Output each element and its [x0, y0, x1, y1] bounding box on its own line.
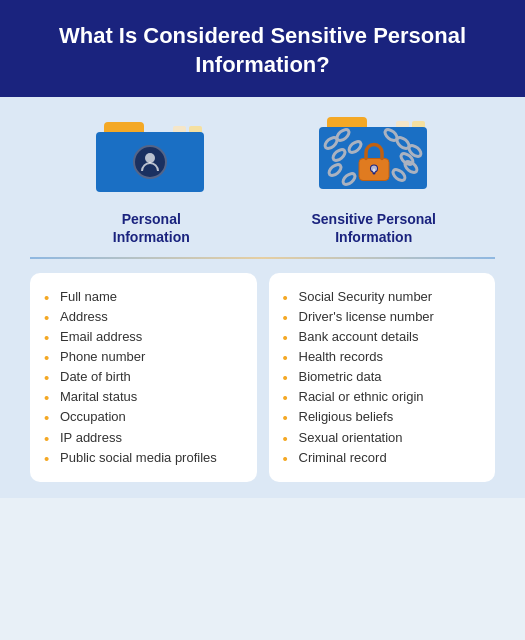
list-item: Address [44, 307, 243, 327]
sensitive-info-column: Sensitive PersonalInformation [284, 117, 464, 246]
personal-info-label: PersonalInformation [113, 210, 190, 246]
svg-rect-18 [373, 168, 375, 172]
list-item: Full name [44, 287, 243, 307]
page-title: What Is Considered Sensitive Personal In… [30, 22, 495, 79]
list-item: Phone number [44, 347, 243, 367]
list-item: IP address [44, 428, 243, 448]
list-item: Social Security number [283, 287, 482, 307]
main-content: PersonalInformation [0, 97, 525, 498]
cards-row: Full name Address Email address Phone nu… [20, 273, 505, 482]
list-item: Health records [283, 347, 482, 367]
list-item: Date of birth [44, 367, 243, 387]
list-item: Marital status [44, 387, 243, 407]
list-item: Occupation [44, 407, 243, 427]
list-item: Racial or ethnic origin [283, 387, 482, 407]
svg-point-10 [341, 172, 357, 187]
list-item: Biometric data [283, 367, 482, 387]
sensitive-info-card: Social Security number Driver's license … [269, 273, 496, 482]
svg-point-9 [327, 163, 343, 178]
sensitive-folder-icon [319, 117, 429, 202]
sensitive-info-list: Social Security number Driver's license … [283, 287, 482, 468]
personal-folder-icon [96, 122, 206, 202]
svg-point-11 [391, 168, 407, 183]
list-item: Religious beliefs [283, 407, 482, 427]
list-item: Criminal record [283, 448, 482, 468]
sensitive-info-label: Sensitive PersonalInformation [311, 210, 436, 246]
list-item: Public social media profiles [44, 448, 243, 468]
list-item: Driver's license number [283, 307, 482, 327]
section-divider [30, 257, 495, 259]
svg-point-4 [331, 148, 347, 163]
personal-info-column: PersonalInformation [61, 122, 241, 246]
svg-point-0 [145, 153, 155, 163]
list-item: Sexual orientation [283, 428, 482, 448]
list-item: Email address [44, 327, 243, 347]
lock-icon [356, 141, 392, 185]
svg-point-2 [335, 128, 351, 143]
icons-row: PersonalInformation [20, 117, 505, 246]
list-item: Bank account details [283, 327, 482, 347]
svg-point-12 [403, 160, 419, 175]
personal-info-list: Full name Address Email address Phone nu… [44, 287, 243, 468]
personal-info-card: Full name Address Email address Phone nu… [30, 273, 257, 482]
header: What Is Considered Sensitive Personal In… [0, 0, 525, 97]
